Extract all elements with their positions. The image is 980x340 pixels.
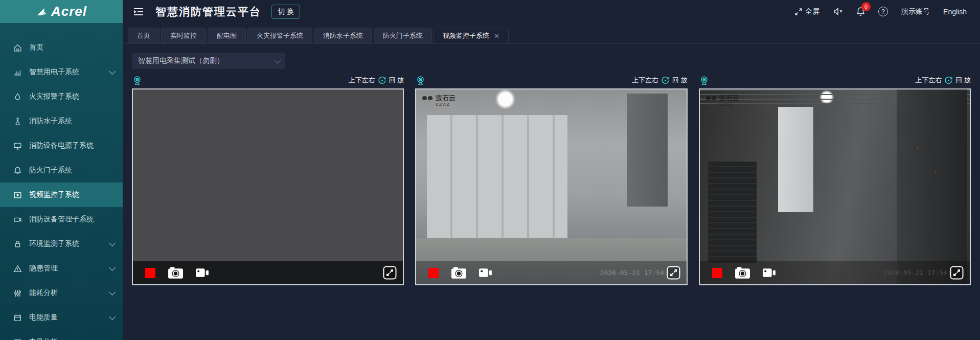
- tab-realtime-monitoring[interactable]: 实时监控: [161, 28, 206, 43]
- tab-bar: 首页 实时监控 配电图 火灾报警子系统 消防水子系统 防火门子系统 视频监控子系…: [123, 23, 980, 44]
- main-content: 首页 实时监控 配电图 火灾报警子系统 消防水子系统 防火门子系统 视频监控子系…: [123, 23, 980, 340]
- calendar-icon: [13, 313, 22, 322]
- record-stop-button[interactable]: [428, 268, 439, 278]
- webcam-icon: [415, 75, 426, 86]
- chevron-down-icon: [109, 313, 116, 320]
- webcam-icon: [132, 75, 143, 86]
- flask-icon: [13, 117, 22, 126]
- snapshot-icon[interactable]: [168, 266, 184, 279]
- snapshot-icon[interactable]: [735, 266, 750, 279]
- sidebar-nav: 首页 智慧用电子系统 火灾报警子系统 消防水子系统 消防设备电源子系统: [0, 23, 123, 340]
- video-page: 智慧用电采集测试（勿删） 上下左右: [123, 44, 980, 285]
- ptz-control[interactable]: 上下左右: [915, 76, 942, 85]
- chevron-down-icon: [275, 57, 281, 63]
- replay-icon[interactable]: [378, 76, 386, 85]
- fullscreen-icon: [794, 8, 803, 16]
- mute-icon[interactable]: [833, 7, 843, 16]
- close-icon[interactable]: ✕: [494, 32, 499, 40]
- webcam-icon: [699, 75, 710, 86]
- expand-icon[interactable]: [383, 266, 397, 280]
- video-feed: [700, 89, 970, 284]
- home-icon: [13, 43, 22, 52]
- replay-icon[interactable]: [944, 76, 953, 85]
- record-video-icon[interactable]: [196, 268, 210, 278]
- ptz-control[interactable]: 上下左右: [632, 76, 658, 85]
- notification-badge: 0: [861, 2, 871, 11]
- ptz-control[interactable]: 上下左右: [349, 76, 375, 85]
- sidebar-item-device-management[interactable]: 消防设备管理子系统: [0, 207, 123, 232]
- tab-distribution-diagram[interactable]: 配电图: [208, 28, 246, 43]
- project-select-value: 智慧用电采集测试（勿删）: [138, 56, 224, 65]
- notifications-bell[interactable]: 0: [856, 7, 865, 16]
- video-feed: [133, 89, 403, 284]
- ezviz-watermark: 萤石云 ezviz: [706, 95, 739, 107]
- chevron-down-icon: [109, 240, 116, 246]
- snapshot-icon[interactable]: [451, 266, 467, 279]
- tab-fire-alarm[interactable]: 火灾报警子系统: [247, 28, 312, 43]
- replay-control[interactable]: 回 放: [389, 76, 404, 85]
- record-video-icon[interactable]: [763, 268, 777, 278]
- tab-home[interactable]: 首页: [128, 28, 159, 43]
- monitor-icon: [13, 142, 22, 150]
- sidebar-item-hazard-management[interactable]: 隐患管理: [0, 256, 123, 281]
- sidebar-item-power-quality[interactable]: 电能质量: [0, 305, 123, 330]
- video-frame: 萤石云 ezviz 2020-05-21 17:54:: [699, 88, 971, 285]
- switch-button[interactable]: 切 换: [271, 5, 300, 19]
- record-stop-button[interactable]: [145, 268, 155, 278]
- sidebar-item-fire-door[interactable]: 防火门子系统: [0, 158, 123, 183]
- replay-control[interactable]: 回 放: [672, 76, 688, 85]
- sidebar-item-fire-alarm[interactable]: 火灾报警子系统: [0, 84, 123, 109]
- replay-control[interactable]: 回 放: [955, 76, 971, 85]
- language-switch[interactable]: English: [943, 8, 967, 16]
- sidebar-item-video-monitoring[interactable]: 视频监控子系统: [0, 183, 123, 207]
- acrel-logo-icon: [36, 6, 47, 17]
- tab-video-monitoring[interactable]: 视频监控子系统 ✕: [434, 28, 509, 43]
- sidebar-item-device-power[interactable]: 消防设备电源子系统: [0, 133, 123, 158]
- help-button[interactable]: ?: [878, 7, 888, 16]
- video-frame: 萤石云 ezviz 2020-05-21 17:54:: [415, 88, 687, 285]
- page-title: 智慧消防管理云平台: [155, 5, 261, 19]
- tab-fire-water[interactable]: 消防水子系统: [314, 28, 372, 43]
- account-menu[interactable]: 演示账号: [901, 7, 930, 16]
- camera-panels: 上下左右 回 放: [132, 74, 971, 285]
- camera-icon: [13, 215, 22, 224]
- camera-panel-1: 上下左右 回 放: [132, 74, 404, 285]
- app-header: Acrel 智慧消防管理云平台 切 换 全屏: [0, 0, 980, 23]
- tab-fire-door[interactable]: 防火门子系统: [374, 28, 432, 43]
- ezviz-watermark: 萤石云 ezviz: [422, 95, 455, 107]
- sidebar-item-electricity-analysis[interactable]: 电量分析: [0, 330, 123, 340]
- sidebar-item-environment[interactable]: 环境监测子系统: [0, 232, 123, 256]
- fullscreen-label: 全屏: [805, 7, 819, 16]
- video-feed: [416, 89, 686, 284]
- expand-icon[interactable]: [667, 266, 680, 280]
- expand-icon[interactable]: [950, 266, 964, 280]
- video-icon: [13, 191, 22, 199]
- camera-panel-2: 上下左右 回 放: [415, 74, 687, 285]
- replay-icon[interactable]: [661, 76, 670, 85]
- camera-panel-3: 上下左右 回 放: [699, 74, 971, 285]
- ezviz-logo-icon: [706, 95, 716, 100]
- sidebar-item-smart-power[interactable]: 智慧用电子系统: [0, 60, 123, 84]
- header-actions: 全屏 0 ? 演示账号 English: [794, 7, 980, 16]
- sidebar-item-energy-analysis[interactable]: 能耗分析: [0, 281, 123, 305]
- video-timestamp: 2020-05-21 17:54:: [883, 269, 951, 277]
- ezviz-logo-icon: [422, 95, 432, 100]
- record-stop-button[interactable]: [712, 268, 722, 278]
- sidebar-item-fire-water[interactable]: 消防水子系统: [0, 109, 123, 133]
- bell-icon: [13, 166, 22, 175]
- brand-name: Acrel: [51, 4, 87, 19]
- sidebar-item-home[interactable]: 首页: [0, 35, 123, 60]
- fire-icon: [13, 93, 22, 101]
- fullscreen-control[interactable]: 全屏: [794, 7, 819, 16]
- lock-icon: [13, 240, 22, 248]
- project-select[interactable]: 智慧用电采集测试（勿删）: [132, 53, 285, 69]
- video-controls: [133, 261, 403, 284]
- help-icon: ?: [878, 7, 888, 16]
- record-video-icon[interactable]: [479, 268, 493, 278]
- warning-icon: [13, 264, 22, 273]
- chevron-down-icon: [109, 68, 116, 75]
- sliders-icon: [13, 289, 22, 298]
- chevron-down-icon: [109, 264, 116, 271]
- sidebar-collapse-icon[interactable]: [133, 7, 144, 16]
- chart-icon: [13, 68, 22, 77]
